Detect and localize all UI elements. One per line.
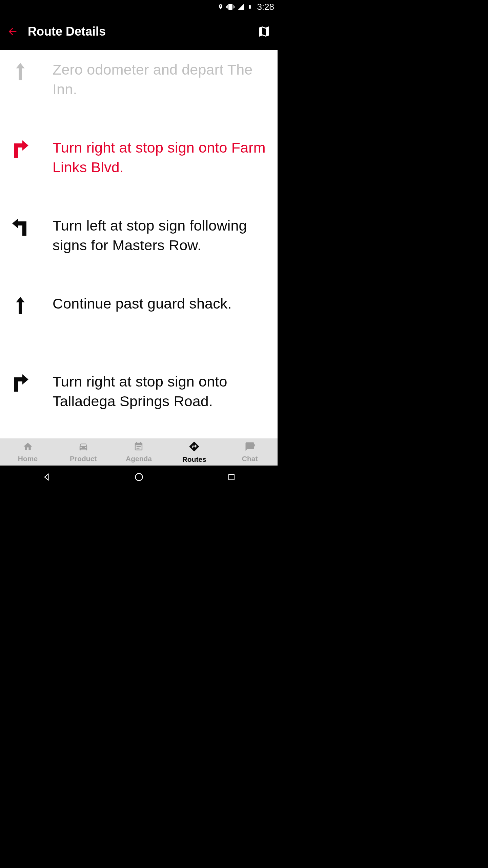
route-step[interactable]: Turn right at stop sign onto Talladega S… xyxy=(7,366,267,438)
status-time: 3:28 xyxy=(257,2,274,12)
nav-label: Chat xyxy=(242,455,258,463)
nav-car[interactable]: Product xyxy=(56,438,111,466)
nav-agenda[interactable]: Agenda xyxy=(111,438,167,466)
svg-rect-2 xyxy=(229,474,234,480)
app-bar: Route Details xyxy=(0,14,278,50)
route-step-text: Turn right at stop sign onto Talladega S… xyxy=(53,372,267,411)
status-icons xyxy=(218,3,252,11)
nav-chat[interactable]: Chat xyxy=(222,438,278,466)
nav-label: Product xyxy=(70,455,97,463)
routes-icon xyxy=(188,441,200,454)
signal-cellular-icon xyxy=(237,3,245,11)
system-recent-button[interactable] xyxy=(218,473,245,481)
nav-label: Routes xyxy=(182,455,206,463)
back-button[interactable] xyxy=(7,26,18,37)
straight-icon xyxy=(7,294,34,315)
home-icon xyxy=(22,441,34,453)
nav-label: Home xyxy=(18,455,38,463)
route-step[interactable]: Zero odometer and depart The Inn. xyxy=(7,54,267,132)
route-step-text: Continue past guard shack. xyxy=(53,294,232,313)
turn-left-icon xyxy=(7,216,34,237)
location-icon xyxy=(218,3,224,11)
agenda-icon xyxy=(133,441,144,453)
circle-home-icon xyxy=(134,472,144,482)
nav-home[interactable]: Home xyxy=(0,438,56,466)
svg-point-0 xyxy=(249,443,255,448)
nav-routes[interactable]: Routes xyxy=(166,438,222,466)
route-step[interactable]: Continue past guard shack. xyxy=(7,288,267,366)
square-recent-icon xyxy=(227,473,236,481)
turn-right-icon xyxy=(7,138,34,159)
map-icon xyxy=(257,25,271,38)
system-nav-bar xyxy=(0,466,278,488)
battery-icon xyxy=(247,3,252,11)
system-back-button[interactable] xyxy=(33,473,60,481)
car-icon xyxy=(77,441,90,453)
turn-right-icon xyxy=(7,372,34,393)
route-step[interactable]: Turn right at stop sign onto Farm Links … xyxy=(7,132,267,210)
route-step-text: Turn right at stop sign onto Farm Links … xyxy=(53,138,267,177)
triangle-back-icon xyxy=(42,473,51,481)
chat-icon xyxy=(244,441,256,453)
route-steps-list[interactable]: Zero odometer and depart The Inn.Turn ri… xyxy=(0,50,278,438)
straight-icon xyxy=(7,60,34,81)
status-bar: 3:28 xyxy=(0,0,278,14)
back-arrow-icon xyxy=(7,26,18,37)
nav-label: Agenda xyxy=(126,455,152,463)
route-step-text: Turn left at stop sign following signs f… xyxy=(53,216,267,255)
svg-point-1 xyxy=(135,473,142,480)
map-button[interactable] xyxy=(257,25,271,38)
route-step-text: Zero odometer and depart The Inn. xyxy=(53,60,267,99)
vibrate-icon xyxy=(226,3,235,11)
route-step[interactable]: Turn left at stop sign following signs f… xyxy=(7,210,267,288)
bottom-nav-bar: HomeProductAgendaRoutesChat xyxy=(0,438,278,466)
page-title: Route Details xyxy=(28,24,248,39)
system-home-button[interactable] xyxy=(125,472,152,482)
